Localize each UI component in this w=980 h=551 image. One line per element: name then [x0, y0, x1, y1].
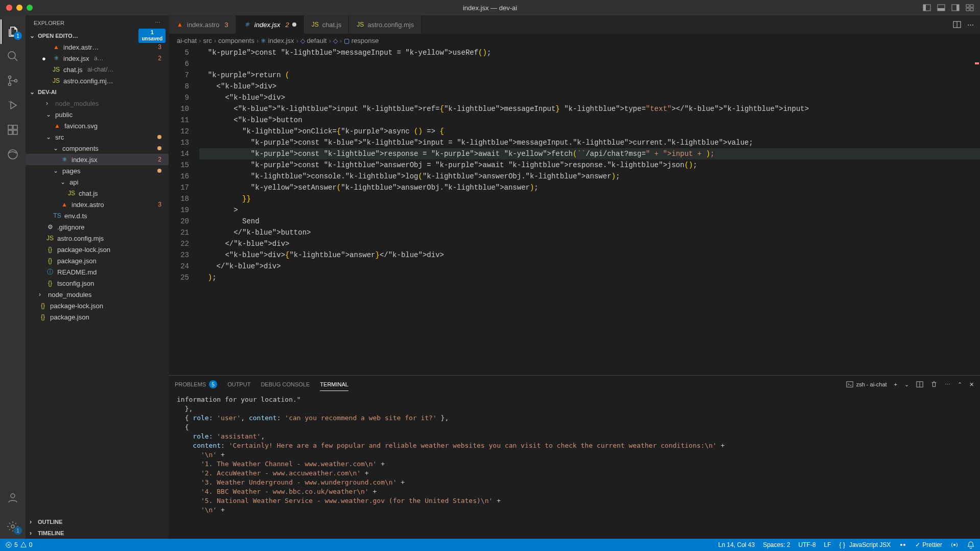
open-editor-item[interactable]: JSchat.js ai-chat/…: [26, 64, 169, 75]
code-line[interactable]: <"k-blue">"k-lightblue">input "k-lightbl…: [199, 103, 980, 114]
new-terminal-icon[interactable]: +: [894, 381, 897, 387]
status-language[interactable]: { }JavaScript JSX: [839, 541, 891, 548]
file-item[interactable]: ⓘREADME.md: [26, 266, 169, 278]
trash-icon[interactable]: [930, 381, 938, 388]
code-line[interactable]: "k-purple">const "k-lightblue">answerObj…: [199, 159, 980, 171]
folder-item[interactable]: ⌄components: [26, 143, 169, 154]
maximize-panel-icon[interactable]: ⌃: [958, 381, 962, 388]
breadcrumb-item[interactable]: components: [218, 37, 254, 44]
close-panel-icon[interactable]: ✕: [969, 381, 974, 388]
activity-explorer[interactable]: 1: [1, 19, 25, 44]
code-line[interactable]: </"k-blue">button>: [199, 227, 980, 238]
code-line[interactable]: <"k-blue">div>: [199, 81, 980, 92]
status-position[interactable]: Ln 14, Col 43: [718, 541, 755, 548]
layout-sidebar-left-icon[interactable]: [923, 4, 931, 12]
breadcrumb-item[interactable]: src: [203, 37, 212, 44]
activity-search[interactable]: [1, 44, 25, 68]
open-editor-item[interactable]: ▲index.astr…3: [26, 41, 169, 53]
folder-item[interactable]: ⌄src: [26, 131, 169, 143]
file-item[interactable]: {}package.json: [26, 311, 169, 323]
file-item[interactable]: JSastro.config.mjs: [26, 233, 169, 244]
bell-icon[interactable]: [967, 541, 975, 549]
output-tab[interactable]: OUTPUT: [227, 378, 250, 391]
open-editor-item[interactable]: JSastro.config.mj…: [26, 75, 169, 86]
code-line[interactable]: [199, 58, 980, 70]
split-editor-icon[interactable]: [953, 20, 961, 29]
status-prettier[interactable]: ✓Prettier: [915, 541, 942, 548]
code-line[interactable]: "k-purple">const "k-lightblue">response …: [199, 148, 980, 159]
code-line[interactable]: "k-purple">const "k-blue">"k-lightblue">…: [199, 137, 980, 148]
broadcast-icon[interactable]: [950, 541, 959, 549]
more-icon[interactable]: ⋯: [945, 381, 950, 388]
file-item[interactable]: ⚙.gitignore: [26, 221, 169, 233]
activity-edge[interactable]: [1, 142, 25, 167]
code-line[interactable]: <"k-blue">button: [199, 114, 980, 126]
layout-sidebar-right-icon[interactable]: [951, 4, 960, 12]
breadcrumb-item[interactable]: ◇: [333, 37, 338, 44]
open-editor-item[interactable]: ●⚛index.jsx a…2: [26, 53, 169, 64]
file-item[interactable]: JSchat.js: [26, 188, 169, 199]
file-item[interactable]: TSenv.d.ts: [26, 210, 169, 221]
copilot-icon[interactable]: [899, 541, 907, 549]
problems-tab[interactable]: PROBLEMS 5: [175, 377, 217, 392]
status-spaces[interactable]: Spaces: 2: [763, 541, 790, 548]
breadcrumb-item[interactable]: ai-chat: [177, 37, 197, 44]
debug-console-tab[interactable]: DEBUG CONSOLE: [261, 378, 310, 391]
editor-tab[interactable]: ⚛index.jsx2: [236, 15, 304, 34]
code-line[interactable]: );: [199, 272, 980, 283]
file-item[interactable]: ▲favicon.svg: [26, 120, 169, 131]
code-line[interactable]: >: [199, 204, 980, 216]
timeline-header[interactable]: › TIMELINE: [26, 527, 169, 539]
code-line[interactable]: <"k-blue">div>: [199, 92, 980, 103]
folder-item[interactable]: ⌄pages: [26, 165, 169, 176]
status-encoding[interactable]: UTF-8: [799, 541, 816, 548]
activity-extensions[interactable]: [1, 118, 25, 142]
open-editors-header[interactable]: ⌄ OPEN EDITO… 1unsaved: [26, 30, 169, 41]
status-errors[interactable]: 5 0: [5, 541, 32, 548]
terminal-tab[interactable]: TERMINAL: [320, 378, 348, 391]
breadcrumb-item[interactable]: ⚛ index.jsx: [261, 37, 294, 44]
file-item[interactable]: {}package-lock.json: [26, 300, 169, 311]
code-line[interactable]: </"k-blue">div>: [199, 238, 980, 249]
minimap[interactable]: [973, 47, 980, 375]
breadcrumb-item[interactable]: ◇ default: [300, 37, 327, 44]
project-header[interactable]: ⌄ DEV-AI: [26, 86, 169, 98]
code-line[interactable]: "k-yellow">setAnswer("k-lightblue">answe…: [199, 182, 980, 193]
folder-item[interactable]: ⌄public: [26, 109, 169, 120]
folder-item[interactable]: ›node_modules: [26, 289, 169, 300]
terminal-output[interactable]: information for your location." }, { rol…: [169, 393, 980, 539]
file-item[interactable]: {}package.json: [26, 255, 169, 266]
layout-customize-icon[interactable]: [966, 4, 974, 12]
activity-settings[interactable]: 1: [1, 514, 25, 539]
code-line[interactable]: <"k-blue">div>{"k-lightblue">answer}</"k…: [199, 249, 980, 261]
editor-tab[interactable]: ▲index.astro3: [169, 15, 236, 34]
activity-debug[interactable]: [1, 93, 25, 118]
folder-item[interactable]: ›node_modules: [26, 98, 169, 109]
code-line[interactable]: "k-purple">const "k-lightblue">messageIn…: [199, 47, 980, 58]
code-line[interactable]: "k-lightblue">console."k-lightblue">log(…: [199, 171, 980, 182]
outline-header[interactable]: › OUTLINE: [26, 516, 169, 527]
breadcrumbs[interactable]: ai-chat›src›components›⚛ index.jsx›◇ def…: [169, 34, 980, 47]
file-item[interactable]: {}tsconfig.json: [26, 278, 169, 289]
more-icon[interactable]: ⋯: [155, 19, 160, 26]
file-item[interactable]: ⚛index.jsx2: [26, 154, 169, 165]
terminal-dropdown-icon[interactable]: ⌄: [904, 381, 909, 388]
code-line[interactable]: "k-lightblue">onClick={"k-purple">async …: [199, 126, 980, 137]
terminal-profile[interactable]: zsh - ai-chat: [846, 381, 887, 388]
code-line[interactable]: </"k-blue">div>: [199, 261, 980, 272]
file-item[interactable]: {}package-lock.json: [26, 244, 169, 255]
split-terminal-icon[interactable]: [916, 381, 923, 388]
maximize-window[interactable]: [27, 5, 33, 11]
minimize-window[interactable]: [16, 5, 22, 11]
editor-tab[interactable]: JSastro.config.mjs: [349, 15, 422, 34]
activity-account[interactable]: [1, 486, 25, 510]
breadcrumb-item[interactable]: ▢ response: [344, 37, 379, 44]
folder-item[interactable]: ⌄api: [26, 176, 169, 188]
layout-panel-icon[interactable]: [937, 4, 945, 12]
code-editor[interactable]: 5678910111213141516171819202122232425 "k…: [169, 47, 980, 375]
editor-tab[interactable]: JSchat.js: [304, 15, 349, 34]
code-line[interactable]: "k-purple">return (: [199, 70, 980, 81]
file-item[interactable]: ▲index.astro3: [26, 199, 169, 210]
code-line[interactable]: Send: [199, 216, 980, 227]
more-icon[interactable]: ⋯: [967, 21, 974, 29]
